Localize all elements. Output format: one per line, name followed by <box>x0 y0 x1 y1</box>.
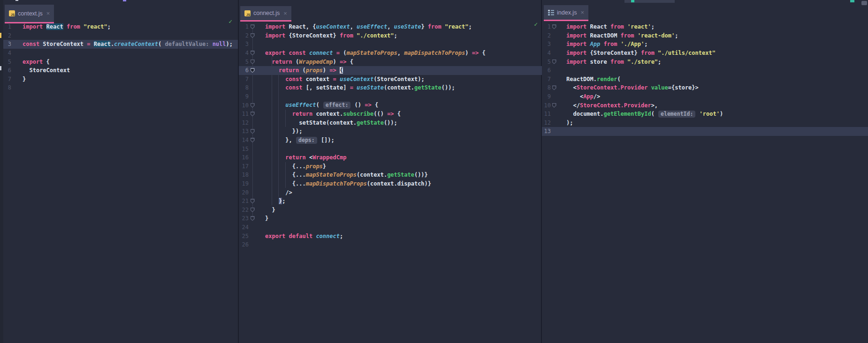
line-number[interactable]: 5 <box>5 59 11 65</box>
line-number[interactable]: 13 <box>240 128 249 134</box>
code-line[interactable]: 11 return context.subscribe(() => { <box>239 110 542 119</box>
line-number[interactable]: 6 <box>240 67 249 74</box>
line-number[interactable]: 10 <box>543 102 551 109</box>
code-line[interactable]: 7} <box>3 75 238 84</box>
fold-marker-icon[interactable] <box>251 33 255 38</box>
line-number[interactable]: 11 <box>240 111 249 117</box>
code-line[interactable]: 12); <box>542 119 868 127</box>
line-number[interactable]: 5 <box>543 59 551 65</box>
line-number[interactable]: 4 <box>543 50 551 56</box>
line-number[interactable]: 12 <box>240 119 249 126</box>
line-number[interactable]: 8 <box>5 84 11 91</box>
line-number[interactable]: 13 <box>543 128 551 134</box>
code-line[interactable]: 2import {StoreContext} from "./context"; <box>239 31 542 40</box>
code-line[interactable]: 1import React, {useContext, useEffect, u… <box>239 22 542 31</box>
code-line[interactable]: 4export const connect = (mapStateToProps… <box>239 49 542 58</box>
fold-marker-icon[interactable] <box>251 68 255 73</box>
close-icon[interactable]: × <box>283 10 287 17</box>
code-line[interactable]: 13 <box>542 127 868 136</box>
code-line[interactable]: 7 const context = useContext(StoreContex… <box>239 75 542 84</box>
fold-marker-icon[interactable] <box>251 138 255 142</box>
inspections-ok-icon[interactable]: ✓ <box>534 21 538 28</box>
code-line[interactable]: 3const StoreContext = React.createContex… <box>3 40 238 49</box>
fold-marker-icon[interactable] <box>251 216 255 221</box>
line-number[interactable]: 2 <box>543 32 551 39</box>
fold-marker-icon[interactable] <box>251 51 255 55</box>
code-line[interactable]: 7ReactDOM.render( <box>542 75 868 84</box>
fold-marker-icon[interactable] <box>552 24 556 29</box>
code-line[interactable]: 6 <box>542 66 868 75</box>
code-lines-connect[interactable]: 1import React, {useContext, useEffect, u… <box>239 22 542 249</box>
line-number[interactable]: 21 <box>240 198 249 204</box>
line-number[interactable]: 7 <box>5 76 11 82</box>
code-line[interactable]: 9 <App/> <box>542 92 868 101</box>
line-number[interactable]: 4 <box>240 50 249 56</box>
code-line[interactable]: 17 {...props} <box>239 162 542 171</box>
line-number[interactable]: 11 <box>543 111 551 117</box>
line-number[interactable]: 18 <box>240 172 249 178</box>
line-number[interactable]: 9 <box>543 93 551 100</box>
inspections-ok-icon[interactable]: ✓ <box>228 18 232 25</box>
code-line[interactable]: 10 useEffect( effect: () => { <box>239 101 542 110</box>
line-number[interactable]: 20 <box>240 189 249 196</box>
code-line[interactable]: 12 setState(context.getState()); <box>239 119 542 127</box>
code-line[interactable]: 15 <box>239 144 542 153</box>
code-line[interactable]: 21 }; <box>239 197 542 206</box>
tab-connect-js[interactable]: JS connect.js × <box>240 6 291 20</box>
line-number[interactable]: 2 <box>240 32 249 39</box>
code-line[interactable]: 1import React from 'react'; <box>542 22 868 31</box>
code-lines-context[interactable]: 1import React from "react";23const Store… <box>3 22 238 92</box>
line-number[interactable]: 15 <box>240 146 249 152</box>
close-icon[interactable]: × <box>46 10 50 17</box>
line-number[interactable]: 7 <box>543 76 551 82</box>
code-line[interactable]: 8 const [, setState] = useState(context.… <box>239 83 542 92</box>
line-number[interactable]: 16 <box>240 154 249 161</box>
line-number[interactable]: 4 <box>5 50 11 56</box>
code-line[interactable]: 23} <box>239 214 542 223</box>
line-number[interactable]: 23 <box>240 215 249 222</box>
code-line[interactable]: 19 {...mapDispatchToProps(context.dispat… <box>239 179 542 188</box>
code-line[interactable]: 3 <box>239 40 542 49</box>
line-number[interactable]: 25 <box>240 233 249 239</box>
line-number[interactable]: 5 <box>240 59 249 65</box>
fold-marker-icon[interactable] <box>552 85 556 90</box>
code-line[interactable]: 11 document.getElementById( elementId: '… <box>542 110 868 119</box>
code-line[interactable]: 18 {...mapStateToProps(context.getState(… <box>239 171 542 179</box>
code-line[interactable]: 6 return (props) => { <box>239 66 542 75</box>
line-number[interactable]: 12 <box>543 119 551 126</box>
code-line[interactable]: 10 </StoreContext.Provider>, <box>542 101 868 110</box>
code-line[interactable]: 1import React from "react"; <box>3 22 238 31</box>
line-number[interactable]: 17 <box>240 163 249 170</box>
line-number[interactable]: 8 <box>240 84 249 91</box>
close-icon[interactable]: × <box>580 9 584 16</box>
fold-marker-icon[interactable] <box>251 129 255 134</box>
fold-marker-icon[interactable] <box>552 60 556 64</box>
line-number[interactable]: 19 <box>240 180 249 187</box>
code-line[interactable]: 8 <StoreContext.Provider value={store}> <box>542 83 868 92</box>
code-line[interactable]: 14 }, deps: []); <box>239 136 542 145</box>
tab-index-js[interactable]: index.js × <box>544 5 588 20</box>
code-line[interactable]: 4 <box>3 49 238 58</box>
line-number[interactable]: 6 <box>543 67 551 74</box>
fold-marker-icon[interactable] <box>251 24 255 29</box>
code-line[interactable]: 25export default connect; <box>239 231 542 240</box>
line-number[interactable]: 2 <box>5 32 11 39</box>
fold-marker-icon[interactable] <box>251 112 255 116</box>
tab-context-js[interactable]: JS context.js × <box>5 5 54 22</box>
line-number[interactable]: 6 <box>5 67 11 74</box>
code-line[interactable]: 5export { <box>3 57 238 66</box>
line-number[interactable]: 3 <box>240 41 249 47</box>
fold-marker-icon[interactable] <box>251 103 255 108</box>
fold-marker-icon[interactable] <box>251 199 255 203</box>
line-number[interactable]: 14 <box>240 137 249 143</box>
code-line[interactable]: 20 /> <box>239 188 542 197</box>
fold-marker-icon[interactable] <box>251 60 255 64</box>
code-lines-index[interactable]: 1import React from 'react';2import React… <box>542 22 868 136</box>
line-number[interactable]: 1 <box>240 23 249 30</box>
code-line[interactable]: 2 <box>3 31 238 40</box>
line-number[interactable]: 24 <box>240 224 249 231</box>
line-number[interactable]: 26 <box>240 241 249 248</box>
code-line[interactable]: 13 }); <box>239 127 542 136</box>
code-line[interactable]: 26 <box>239 240 542 249</box>
fold-marker-icon[interactable] <box>251 208 255 212</box>
